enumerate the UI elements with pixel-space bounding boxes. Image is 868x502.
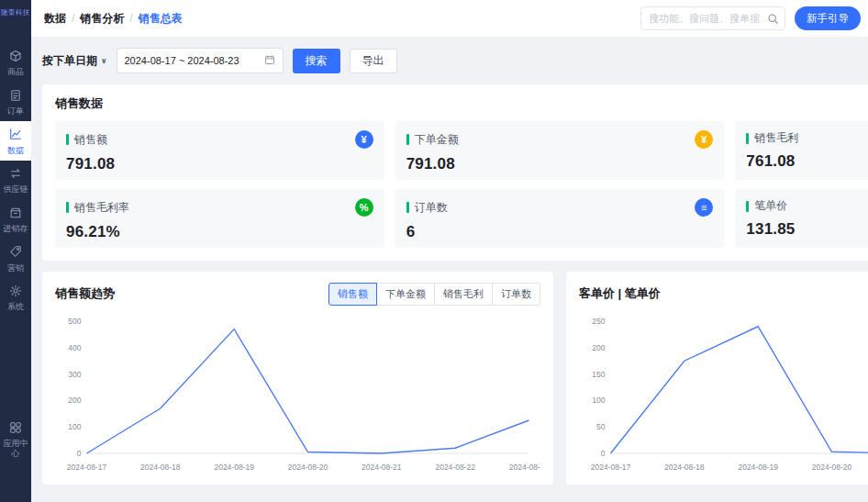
svg-text:2024-08-18: 2024-08-18 xyxy=(664,463,705,472)
svg-text:2024-08-22: 2024-08-22 xyxy=(435,463,475,472)
sales-trend-title: 销售额趋势 xyxy=(55,285,115,302)
svg-text:200: 200 xyxy=(68,396,81,405)
calendar-icon xyxy=(264,54,275,67)
sidebar-item-label: 商品 xyxy=(6,67,26,76)
svg-text:2024-08-23: 2024-08-23 xyxy=(509,463,540,472)
tab-order-count[interactable]: 订单数 xyxy=(492,283,540,306)
svg-text:2024-08-17: 2024-08-17 xyxy=(67,463,107,472)
stat-accent-bar xyxy=(406,202,409,213)
sidebar-nav: 商品 订单 数据 供应链 进销存 营销 xyxy=(0,43,31,318)
main-area: 数据 / 销售分析 / 销售总表 新手引导 按下单日期 ∨ 2024-08-17 xyxy=(31,0,868,502)
gear-icon xyxy=(9,284,22,299)
breadcrumb: 数据 / 销售分析 / 销售总表 xyxy=(44,11,183,27)
sidebar-item-system[interactable]: 系统 xyxy=(0,278,31,318)
breadcrumb-data[interactable]: 数据 xyxy=(44,11,66,27)
svg-text:2024-08-17: 2024-08-17 xyxy=(591,463,631,472)
stat-accent-bar xyxy=(746,133,749,144)
stat-label: 笔单价 xyxy=(754,198,787,214)
stat-accent-bar xyxy=(66,134,69,145)
sidebar-item-label: 营销 xyxy=(6,263,26,273)
guide-button[interactable]: 新手引导 xyxy=(795,6,861,30)
svg-text:2024-08-21: 2024-08-21 xyxy=(362,463,402,472)
svg-text:50: 50 xyxy=(596,422,606,431)
sidebar-item-marketing[interactable]: 营销 xyxy=(0,239,31,278)
stat-gross-profit: 销售毛利 761.08 xyxy=(735,121,868,180)
stat-accent-bar xyxy=(66,202,69,213)
search-input[interactable] xyxy=(640,6,785,30)
svg-text:500: 500 xyxy=(68,317,81,326)
stat-per-order-price: 笔单价 131.85 xyxy=(735,189,868,248)
svg-text:0: 0 xyxy=(601,449,606,458)
price-trend-chart: 0501001502002502024-08-172024-08-182024-… xyxy=(579,310,868,477)
tab-sales-amount[interactable]: 销售额 xyxy=(328,283,377,306)
sidebar-item-supply-chain[interactable]: 供应链 xyxy=(0,161,31,200)
order-amount-coin-icon: ¥ xyxy=(695,130,713,149)
stat-value: 96.21% xyxy=(66,223,373,241)
svg-text:300: 300 xyxy=(68,370,81,379)
stat-value: 131.85 xyxy=(746,220,868,239)
sidebar-item-data[interactable]: 数据 xyxy=(0,121,31,161)
sidebar-item-label: 系统 xyxy=(6,302,26,311)
sales-trend-card: 销售额趋势 销售额 下单金额 销售毛利 订单数 0100200300400500… xyxy=(42,272,553,485)
stat-value: 6 xyxy=(406,223,714,241)
sidebar-item-label: 订单 xyxy=(6,106,26,116)
filter-row: 按下单日期 ∨ 2024-08-17 ~ 2024-08-23 搜索 导出 xyxy=(42,48,868,73)
sales-amount-yen-icon: ¥ xyxy=(355,130,373,149)
sidebar-item-label: 进销存 xyxy=(2,224,30,233)
stat-label: 订单数 xyxy=(415,200,448,216)
app-grid-icon xyxy=(9,421,22,436)
app-window: 随查科技 商品 订单 数据 供应链 进销存 xyxy=(0,0,868,502)
sidebar-item-inventory[interactable]: 进销存 xyxy=(0,200,31,240)
tab-order-amount[interactable]: 下单金额 xyxy=(376,283,435,306)
svg-text:200: 200 xyxy=(592,343,605,352)
stat-accent-bar xyxy=(406,134,409,145)
supply-chain-icon xyxy=(9,167,22,182)
stat-label: 销售毛利 xyxy=(754,130,798,146)
sidebar-item-orders[interactable]: 订单 xyxy=(0,83,31,122)
stat-value: 761.08 xyxy=(746,152,868,171)
breadcrumb-sales-analysis[interactable]: 销售分析 xyxy=(80,11,124,27)
search-icon[interactable] xyxy=(767,12,779,24)
stat-accent-bar xyxy=(746,201,749,212)
order-list-icon xyxy=(9,89,22,104)
stat-label: 销售额 xyxy=(74,132,107,148)
svg-text:2024-08-19: 2024-08-19 xyxy=(738,463,778,472)
price-trend-title: 客单价 | 笔单价 xyxy=(579,285,661,302)
sidebar-item-products[interactable]: 商品 xyxy=(0,43,31,83)
sales-trend-chart: 01002003004005002024-08-172024-08-182024… xyxy=(55,310,540,477)
trend-metric-tabs: 销售额 下单金额 销售毛利 订单数 xyxy=(328,283,540,306)
svg-text:250: 250 xyxy=(592,317,605,326)
date-type-select[interactable]: 按下单日期 ∨ xyxy=(42,53,107,69)
svg-text:400: 400 xyxy=(68,343,81,352)
date-type-label: 按下单日期 xyxy=(42,53,97,69)
svg-text:100: 100 xyxy=(68,422,81,431)
svg-text:100: 100 xyxy=(592,396,605,405)
stat-order-amount: 下单金额¥ 791.08 xyxy=(395,121,725,180)
sidebar-item-label: 数据 xyxy=(6,146,26,155)
brand-logo: 随查科技 xyxy=(0,0,31,17)
svg-text:2024-08-18: 2024-08-18 xyxy=(140,463,181,472)
stat-label: 下单金额 xyxy=(415,132,459,148)
date-range-input[interactable]: 2024-08-17 ~ 2024-08-23 xyxy=(117,48,284,73)
order-count-list-icon: ≡ xyxy=(695,198,713,217)
sidebar-item-app-center[interactable]: 应用中心 xyxy=(0,415,31,463)
search-button[interactable]: 搜索 xyxy=(293,49,340,73)
product-box-icon xyxy=(9,50,22,64)
data-chart-icon xyxy=(9,128,22,142)
sales-card-title: 销售数据 xyxy=(55,95,868,112)
stat-value: 791.08 xyxy=(406,155,714,173)
global-search xyxy=(640,6,785,30)
date-range-value: 2024-08-17 ~ 2024-08-23 xyxy=(125,55,239,66)
sidebar-item-label: 供应链 xyxy=(2,184,30,194)
svg-text:2024-08-20: 2024-08-20 xyxy=(812,463,852,472)
gross-margin-percent-icon: % xyxy=(355,198,373,217)
price-trend-card: 客单价 | 笔单价 0501001502002502024-08-172024-… xyxy=(566,272,868,485)
stat-order-count: 订单数≡ 6 xyxy=(395,189,725,248)
breadcrumb-separator: / xyxy=(72,12,74,25)
export-button[interactable]: 导出 xyxy=(350,49,397,73)
tab-gross-profit[interactable]: 销售毛利 xyxy=(434,283,493,306)
content-area: 按下单日期 ∨ 2024-08-17 ~ 2024-08-23 搜索 导出 销售… xyxy=(31,37,868,502)
stat-grid: 销售额¥ 791.08 下单金额¥ 791.08 销售毛利 761.08 销售毛… xyxy=(55,121,868,248)
topbar: 数据 / 销售分析 / 销售总表 新手引导 xyxy=(31,0,868,37)
chevron-down-icon: ∨ xyxy=(101,57,107,65)
